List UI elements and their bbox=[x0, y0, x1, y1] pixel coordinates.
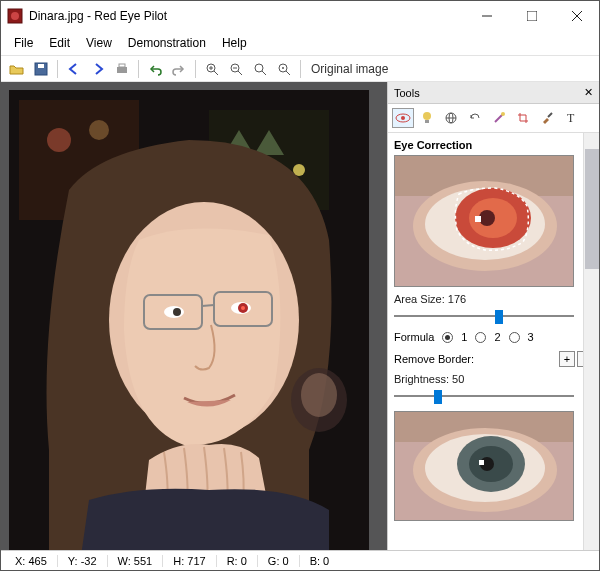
svg-line-15 bbox=[238, 71, 242, 75]
tool-rotate-icon[interactable] bbox=[464, 108, 486, 128]
svg-point-40 bbox=[401, 116, 405, 120]
zoom-100-icon[interactable] bbox=[273, 58, 295, 80]
close-button[interactable] bbox=[554, 1, 599, 31]
svg-point-36 bbox=[241, 306, 245, 310]
menu-file[interactable]: File bbox=[7, 34, 40, 52]
brightness-slider[interactable] bbox=[394, 387, 574, 405]
status-w: W: 551 bbox=[108, 555, 164, 567]
menu-help[interactable]: Help bbox=[215, 34, 254, 52]
svg-point-24 bbox=[47, 128, 71, 152]
remove-border-label: Remove Border: bbox=[394, 353, 557, 365]
menu-demonstration[interactable]: Demonstration bbox=[121, 34, 213, 52]
svg-point-41 bbox=[423, 112, 431, 120]
eye-preview-after[interactable] bbox=[394, 411, 574, 521]
window-title: Dinara.jpg - Red Eye Pilot bbox=[29, 9, 464, 23]
remove-border-row: Remove Border: + - bbox=[394, 351, 593, 367]
status-b: B: 0 bbox=[300, 555, 340, 567]
tool-crop-icon[interactable] bbox=[512, 108, 534, 128]
formula-radio-3[interactable] bbox=[509, 332, 520, 343]
svg-rect-65 bbox=[479, 460, 484, 465]
back-icon[interactable] bbox=[63, 58, 85, 80]
svg-point-38 bbox=[301, 373, 337, 417]
svg-rect-8 bbox=[117, 67, 127, 73]
svg-line-31 bbox=[202, 305, 214, 306]
status-h: H: 717 bbox=[163, 555, 216, 567]
tools-tabs: T bbox=[388, 104, 599, 133]
tools-header: Tools ✕ bbox=[388, 82, 599, 104]
open-icon[interactable] bbox=[6, 58, 28, 80]
original-image-label[interactable]: Original image bbox=[305, 62, 394, 76]
maximize-button[interactable] bbox=[509, 1, 554, 31]
redo-icon[interactable] bbox=[168, 58, 190, 80]
status-x: X: 465 bbox=[5, 555, 58, 567]
svg-rect-57 bbox=[475, 216, 481, 222]
scrollbar-thumb[interactable] bbox=[585, 149, 599, 269]
area-size-slider[interactable] bbox=[394, 307, 574, 325]
tool-text-icon[interactable]: T bbox=[560, 108, 582, 128]
canvas[interactable] bbox=[1, 82, 387, 550]
menubar: File Edit View Demonstration Help bbox=[1, 31, 599, 56]
status-y: Y: -32 bbox=[58, 555, 108, 567]
undo-icon[interactable] bbox=[144, 58, 166, 80]
svg-line-18 bbox=[262, 71, 266, 75]
svg-rect-3 bbox=[527, 11, 537, 21]
tool-brush-icon[interactable] bbox=[536, 108, 558, 128]
status-g: G: 0 bbox=[258, 555, 300, 567]
tools-header-label: Tools bbox=[394, 87, 584, 99]
svg-point-17 bbox=[255, 64, 263, 72]
formula-label: Formula bbox=[394, 331, 434, 343]
tools-panel: Tools ✕ T Eye Correction bbox=[387, 82, 599, 550]
workarea: Tools ✕ T Eye Correction bbox=[1, 82, 599, 550]
formula-row: Formula 1 2 3 bbox=[394, 331, 593, 343]
zoom-out-icon[interactable] bbox=[225, 58, 247, 80]
svg-point-56 bbox=[479, 210, 495, 226]
svg-rect-7 bbox=[38, 64, 44, 68]
menu-view[interactable]: View bbox=[79, 34, 119, 52]
zoom-fit-icon[interactable] bbox=[249, 58, 271, 80]
menu-edit[interactable]: Edit bbox=[42, 34, 77, 52]
svg-point-33 bbox=[173, 308, 181, 316]
photo[interactable] bbox=[9, 90, 369, 550]
print-icon[interactable] bbox=[111, 58, 133, 80]
svg-line-11 bbox=[214, 71, 218, 75]
svg-point-47 bbox=[501, 112, 505, 116]
app-icon bbox=[7, 8, 23, 24]
eye-preview-before[interactable] bbox=[394, 155, 574, 287]
svg-line-20 bbox=[286, 71, 290, 75]
brightness-label: Brightness: 50 bbox=[394, 373, 593, 385]
svg-text:T: T bbox=[567, 111, 575, 125]
minimize-button[interactable] bbox=[464, 1, 509, 31]
svg-point-25 bbox=[89, 120, 109, 140]
area-size-label: Area Size: 176 bbox=[394, 293, 593, 305]
save-icon[interactable] bbox=[30, 58, 52, 80]
formula-radio-2[interactable] bbox=[475, 332, 486, 343]
svg-rect-9 bbox=[119, 64, 125, 67]
tool-bulb-icon[interactable] bbox=[416, 108, 438, 128]
svg-line-48 bbox=[548, 113, 552, 117]
tools-close-icon[interactable]: ✕ bbox=[584, 86, 593, 99]
formula-radio-1[interactable] bbox=[442, 332, 453, 343]
tools-scrollbar[interactable] bbox=[583, 133, 599, 550]
svg-point-1 bbox=[11, 12, 19, 20]
toolbar: Original image bbox=[1, 56, 599, 82]
forward-icon[interactable] bbox=[87, 58, 109, 80]
statusbar: X: 465 Y: -32 W: 551 H: 717 R: 0 G: 0 B:… bbox=[1, 550, 599, 570]
border-plus-button[interactable]: + bbox=[559, 351, 575, 367]
tool-eye-icon[interactable] bbox=[392, 108, 414, 128]
status-r: R: 0 bbox=[217, 555, 258, 567]
tools-body: Eye Correction Area Size: 176 bbox=[388, 133, 599, 550]
zoom-in-icon[interactable] bbox=[201, 58, 223, 80]
titlebar: Dinara.jpg - Red Eye Pilot bbox=[1, 1, 599, 31]
svg-rect-42 bbox=[425, 120, 429, 123]
tool-globe-icon[interactable] bbox=[440, 108, 462, 128]
tool-wand-icon[interactable] bbox=[488, 108, 510, 128]
svg-point-21 bbox=[282, 67, 284, 69]
section-title: Eye Correction bbox=[394, 139, 593, 151]
